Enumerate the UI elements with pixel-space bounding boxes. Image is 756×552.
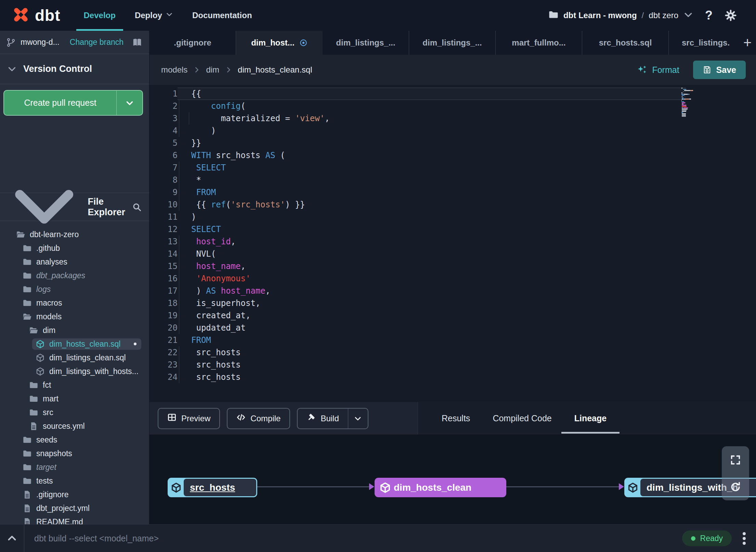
code-line[interactable]: 7 SELECT	[149, 162, 756, 174]
code-line[interactable]: 3 materialized = 'view',	[149, 112, 756, 125]
code-token: )	[191, 212, 196, 222]
code-line[interactable]: 8 *	[149, 174, 756, 186]
version-control-header[interactable]: Version Control	[0, 54, 149, 84]
gear-icon[interactable]	[724, 9, 737, 22]
tab-src-hosts-sql[interactable]: src_hosts.sql	[582, 31, 669, 55]
tree-item-dim-listings-clean-sql[interactable]: dim_listings_clean.sql	[0, 351, 149, 364]
tree-item-dim-listings-with-hosts-[interactable]: dim_listings_with_hosts...	[0, 364, 149, 378]
code-line[interactable]: 14 NVL(	[149, 248, 756, 260]
refresh-icon[interactable]	[730, 481, 741, 493]
workspace: mwong-d... Change branch Version Control…	[0, 31, 756, 524]
command-input[interactable]: dbt build --select <model_name>	[34, 534, 159, 543]
kebab-menu-icon[interactable]	[741, 531, 747, 546]
format-button[interactable]: Format	[637, 65, 679, 75]
tree-item-snapshots[interactable]: snapshots	[0, 447, 149, 460]
breadcrumb-item[interactable]: models	[161, 65, 187, 75]
tree-item--github[interactable]: .github	[0, 241, 149, 255]
compile-button[interactable]: Compile	[227, 408, 290, 429]
tab-mart-fullmo-[interactable]: mart_fullmo...	[496, 31, 582, 55]
tree-item-fct[interactable]: fct	[0, 378, 149, 392]
minimap-line	[681, 113, 702, 114]
tree-item-dbt-project-yml[interactable]: dbt_project.yml	[0, 501, 149, 515]
code-editor[interactable]: 1{{2 config(3 materialized = 'view',4 )5…	[149, 85, 756, 402]
code-line[interactable]: 12SELECT	[149, 223, 756, 235]
tree-item-label: dim_listings_with_hosts...	[49, 367, 139, 376]
code-line[interactable]: 15 host_name,	[149, 260, 756, 272]
code-line[interactable]: 21FROM	[149, 334, 756, 346]
lineage-node-src_hosts[interactable]: src_hosts	[168, 478, 257, 497]
tab-results[interactable]: Results	[442, 402, 470, 435]
nav-item-develop[interactable]: Develop	[76, 0, 123, 31]
code-line[interactable]: 16 'Anonymous'	[149, 272, 756, 285]
code-line[interactable]: 6WITH src_hosts AS (	[149, 149, 756, 162]
tree-item-readme-md[interactable]: README.md	[0, 515, 149, 524]
lineage-canvas[interactable]: src_hostsdim_hosts_cleandim_listings_wit…	[149, 435, 756, 524]
tree-item-seeds[interactable]: seeds	[0, 433, 149, 447]
minimap-line	[681, 96, 702, 97]
preview-button[interactable]: Preview	[158, 408, 220, 429]
code-line[interactable]: 22 src_hosts	[149, 346, 756, 359]
code-line-content: SELECT	[178, 223, 686, 235]
code-line[interactable]: 17 ) AS host_name,	[149, 285, 756, 297]
tree-item-mart[interactable]: mart	[0, 392, 149, 406]
code-line[interactable]: 11)	[149, 211, 756, 223]
code-line[interactable]: 1{{	[149, 88, 756, 100]
code-line[interactable]: 19 created_at,	[149, 309, 756, 322]
save-button[interactable]: Save	[693, 61, 746, 79]
tab-dim-listings-[interactable]: dim_listings_...	[409, 31, 496, 55]
code-line[interactable]: 20 updated_at	[149, 322, 756, 334]
nav-item-deploy[interactable]: Deploy	[127, 0, 181, 31]
nav-item-documentation[interactable]: Documentation	[185, 0, 260, 31]
code-line[interactable]: 10 {{ ref('src_hosts') }}	[149, 198, 756, 211]
tree-item-macros[interactable]: macros	[0, 296, 149, 310]
new-tab-button[interactable]: +	[739, 31, 756, 55]
tree-item-models[interactable]: models	[0, 310, 149, 323]
breadcrumb-item[interactable]: dim	[206, 65, 219, 75]
fullscreen-icon[interactable]	[730, 454, 741, 466]
tree-item-sources-yml[interactable]: sources.yml	[0, 419, 149, 433]
code-icon	[236, 413, 246, 424]
code-line[interactable]: 2 config(	[149, 100, 756, 112]
tree-item-logs[interactable]: logs	[0, 282, 149, 296]
breadcrumb-item[interactable]: dim_hosts_clean.sql	[238, 65, 312, 75]
tab-compiled-code[interactable]: Compiled Code	[493, 402, 551, 435]
build-button[interactable]: Build	[297, 408, 368, 429]
tab-dim-listings-[interactable]: dim_listings_...	[323, 31, 409, 55]
search-icon[interactable]	[132, 202, 142, 212]
tree-item-analyses[interactable]: analyses	[0, 255, 149, 269]
code-token: AS	[206, 286, 216, 296]
code-line[interactable]: 4 )	[149, 125, 756, 137]
tree-item-src[interactable]: src	[0, 406, 149, 419]
code-line[interactable]: 5}}	[149, 137, 756, 149]
tree-item-dim[interactable]: dim	[0, 323, 149, 337]
tree-item--gitignore[interactable]: .gitignore	[0, 488, 149, 501]
chevron-up-icon[interactable]	[0, 533, 24, 544]
build-dropdown[interactable]	[348, 409, 368, 428]
code-line[interactable]: 24 src_hosts	[149, 371, 756, 383]
code-line[interactable]: 23 src_hosts	[149, 359, 756, 371]
pull-request-dropdown[interactable]	[116, 91, 142, 115]
tree-item-tests[interactable]: tests	[0, 474, 149, 488]
docs-book-icon[interactable]	[132, 37, 142, 48]
change-branch-link[interactable]: Change branch	[70, 38, 123, 47]
tab--gitignore[interactable]: .gitignore	[149, 31, 236, 55]
code-line[interactable]: 18 is_superhost,	[149, 297, 756, 309]
file-explorer-header[interactable]: File Explorer	[0, 193, 149, 221]
tree-item-dbt-packages[interactable]: dbt_packages	[0, 269, 149, 282]
tab-lineage[interactable]: Lineage	[574, 402, 607, 435]
tab-src-listings-[interactable]: src_listings.	[669, 31, 733, 55]
code-line[interactable]: 9 FROM	[149, 186, 756, 198]
minimap[interactable]	[681, 88, 702, 117]
project-selector[interactable]: dbt Learn - mwong / dbt zero	[548, 10, 693, 21]
dbt-logo[interactable]: dbt	[0, 0, 61, 31]
code-line[interactable]: 13 host_id,	[149, 235, 756, 248]
lineage-node-dim_hosts_clean[interactable]: dim_hosts_clean	[375, 478, 506, 497]
help-icon[interactable]: ?	[705, 8, 713, 23]
tab-dim-host-[interactable]: dim_host...	[236, 31, 323, 55]
create-pull-request-button[interactable]: Create pull request	[3, 90, 143, 116]
tree-item-target[interactable]: target	[0, 460, 149, 474]
create-pull-request-label[interactable]: Create pull request	[4, 91, 116, 115]
line-number: 6	[149, 149, 178, 162]
tree-item-dbt-learn-zero[interactable]: dbt-learn-zero	[0, 228, 149, 241]
tree-item-dim-hosts-clean-sql[interactable]: dim_hosts_clean.sql	[0, 337, 149, 351]
